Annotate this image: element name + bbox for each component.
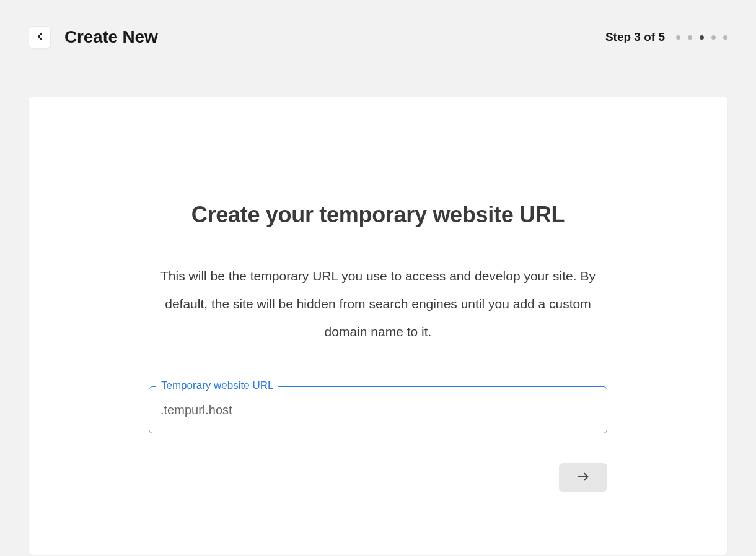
page-header: Create New Step 3 of 5 <box>29 0 727 67</box>
step-dot-2 <box>688 35 692 40</box>
chevron-left-icon <box>38 33 42 42</box>
step-dot-5 <box>723 35 727 40</box>
step-dot-4 <box>711 35 716 40</box>
temporary-url-input[interactable] <box>149 386 607 433</box>
main-heading: Create your temporary website URL <box>191 202 565 228</box>
content-card: Create your temporary website URL This w… <box>29 97 727 555</box>
page-title: Create New <box>64 27 158 47</box>
header-right: Step 3 of 5 <box>605 30 727 44</box>
url-input-label: Temporary website URL <box>156 380 278 392</box>
url-input-wrapper: Temporary website URL <box>149 386 607 433</box>
back-button[interactable] <box>29 26 51 48</box>
step-dot-1 <box>676 35 680 40</box>
next-button[interactable] <box>559 463 607 492</box>
step-indicator-label: Step 3 of 5 <box>605 30 665 44</box>
arrow-right-icon <box>578 472 589 483</box>
step-dot-3 <box>700 35 704 40</box>
header-left: Create New <box>29 26 158 48</box>
actions-row <box>149 463 607 492</box>
step-dots <box>676 35 727 40</box>
description-text: This will be the temporary URL you use t… <box>155 262 601 345</box>
